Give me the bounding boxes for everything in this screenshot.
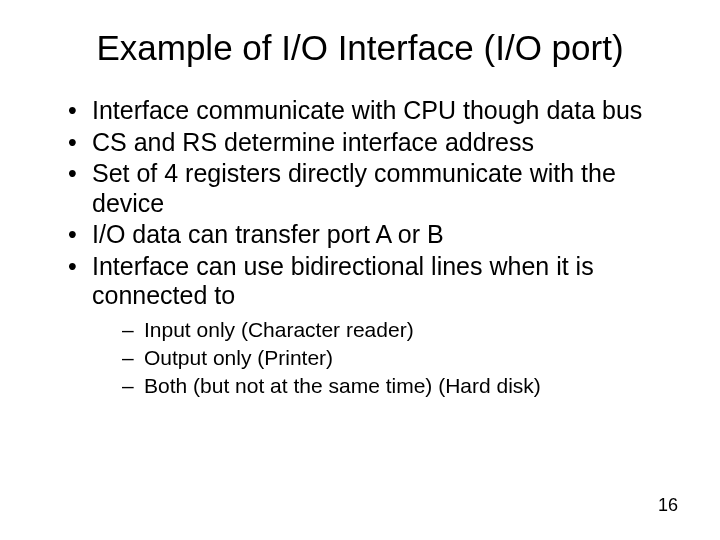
list-item-text: CS and RS determine interface address bbox=[92, 128, 534, 156]
list-item-text: Set of 4 registers directly communicate … bbox=[92, 159, 616, 217]
list-item-text: Both (but not at the same time) (Hard di… bbox=[144, 374, 541, 397]
list-item-text: Input only (Character reader) bbox=[144, 318, 414, 341]
list-item: Output only (Printer) bbox=[122, 345, 680, 371]
list-item: I/O data can transfer port A or B bbox=[68, 220, 680, 250]
slide: Example of I/O Interface (I/O port) Inte… bbox=[0, 0, 720, 540]
list-item: Interface can use bidirectional lines wh… bbox=[68, 252, 680, 400]
list-item: CS and RS determine interface address bbox=[68, 128, 680, 158]
bullet-list: Interface communicate with CPU though da… bbox=[40, 96, 680, 399]
list-item: Input only (Character reader) bbox=[122, 317, 680, 343]
list-item-text: Interface communicate with CPU though da… bbox=[92, 96, 642, 124]
list-item-text: Interface can use bidirectional lines wh… bbox=[92, 252, 594, 310]
list-item: Set of 4 registers directly communicate … bbox=[68, 159, 680, 218]
sub-bullet-list: Input only (Character reader) Output onl… bbox=[92, 317, 680, 400]
page-number: 16 bbox=[658, 495, 678, 516]
list-item: Interface communicate with CPU though da… bbox=[68, 96, 680, 126]
slide-title: Example of I/O Interface (I/O port) bbox=[40, 28, 680, 68]
list-item-text: Output only (Printer) bbox=[144, 346, 333, 369]
list-item: Both (but not at the same time) (Hard di… bbox=[122, 373, 680, 399]
list-item-text: I/O data can transfer port A or B bbox=[92, 220, 444, 248]
